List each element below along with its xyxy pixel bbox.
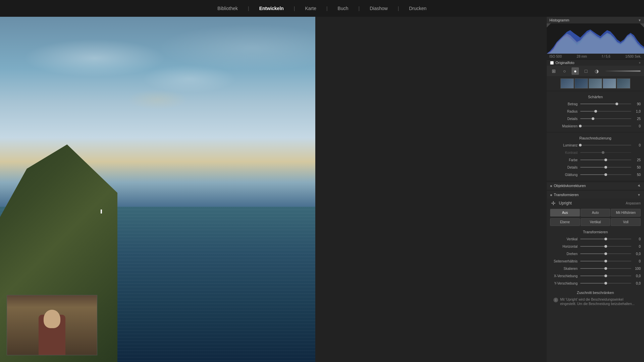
- radius-thumb[interactable]: [594, 110, 597, 113]
- hist-aperture: f / 5,6: [602, 55, 610, 58]
- transformieren-arrow[interactable]: ▼: [637, 193, 641, 197]
- right-panel: Histogramm ▼: [547, 17, 644, 362]
- lighthouse: [101, 209, 102, 214]
- divider-4: [547, 190, 644, 190]
- y-verschiebung-track[interactable]: [580, 283, 631, 284]
- horizontal-track[interactable]: [580, 246, 631, 247]
- btn-vertikal[interactable]: Vertikal: [581, 218, 610, 226]
- preset-thumb-1[interactable]: [560, 78, 574, 88]
- upright-buttons-row1: Aus Auto Mit Hilfslinien: [547, 208, 644, 218]
- objektivkorrekturen-arrow[interactable]: ▶: [637, 184, 641, 188]
- betrag-track[interactable]: [580, 104, 631, 104]
- horizontal-row: Horizontal 0: [547, 243, 644, 250]
- drehen-label: Drehen: [550, 252, 580, 256]
- preset-thumb-2[interactable]: [575, 78, 588, 88]
- radius-track[interactable]: [580, 111, 631, 112]
- skalieren-thumb[interactable]: [604, 267, 607, 270]
- skalieren-fill: [580, 268, 606, 269]
- glaettung-track[interactable]: [580, 174, 631, 175]
- nav-buch[interactable]: Buch: [334, 4, 352, 13]
- drehen-thumb[interactable]: [604, 252, 607, 255]
- glaettung-row: Glättung 50: [547, 171, 644, 178]
- btn-aus[interactable]: Aus: [550, 209, 580, 217]
- drehen-value: 0,0: [631, 252, 641, 256]
- upright-label: Upright: [559, 201, 623, 205]
- betrag-thumb[interactable]: [615, 103, 618, 105]
- details-rausch-label: Details: [550, 166, 580, 169]
- nav-bibliothek[interactable]: Bibliothek: [214, 4, 241, 13]
- x-verschiebung-thumb[interactable]: [604, 275, 607, 277]
- betrag-row: Betrag 90: [547, 100, 644, 108]
- farbe-track[interactable]: [580, 160, 631, 160]
- betrag-value: 90: [631, 102, 641, 106]
- maskieren-value: 0: [631, 124, 641, 128]
- vertikal-row: Vertikal 0: [547, 235, 644, 243]
- farbe-thumb[interactable]: [604, 159, 607, 161]
- tool-grid-icon[interactable]: ⊞: [550, 67, 557, 75]
- histogram-header: Histogramm ▼: [547, 17, 644, 23]
- luminanz-track[interactable]: [580, 145, 631, 145]
- btn-voll[interactable]: Voll: [611, 218, 641, 226]
- preset-thumb-5[interactable]: [617, 78, 630, 88]
- originalfoto-row: Originalfoto +: [547, 60, 644, 66]
- maskieren-thumb[interactable]: [579, 125, 582, 127]
- tool-half-circle-icon[interactable]: ◑: [593, 67, 600, 75]
- btn-mit-hilfslinien[interactable]: Mit Hilfslinien: [611, 209, 641, 217]
- tool-circle-icon[interactable]: ○: [561, 67, 568, 75]
- nav-diashow[interactable]: Diashow: [366, 4, 391, 13]
- y-verschiebung-fill: [580, 283, 606, 284]
- y-verschiebung-thumb[interactable]: [604, 282, 607, 285]
- preset-thumb-3[interactable]: [589, 78, 602, 88]
- luminanz-label: Luminanz: [550, 143, 580, 147]
- horizontal-thumb[interactable]: [604, 245, 607, 248]
- rauschreduzierung-title: Rauschreduzierung: [547, 135, 644, 141]
- originalfoto-checkbox[interactable]: [550, 61, 554, 65]
- glaettung-thumb[interactable]: [604, 173, 607, 176]
- transformieren-section: ■ Transformieren ▼ ✛ Upright Anpassen Au…: [547, 191, 644, 309]
- maskieren-track[interactable]: [580, 126, 631, 126]
- details-rausch-track[interactable]: [580, 167, 631, 168]
- seitenverhaeltnis-row: Seitenverhältnis 0: [547, 257, 644, 265]
- btn-ebene[interactable]: Ebene: [550, 218, 580, 226]
- btn-auto[interactable]: Auto: [581, 209, 610, 217]
- transformieren-header[interactable]: ■ Transformieren ▼: [547, 191, 644, 198]
- info-icon-letter: i: [555, 298, 556, 302]
- luminanz-row: Luminanz 0: [547, 141, 644, 149]
- details-rausch-thumb[interactable]: [604, 166, 607, 169]
- zuschnitt-info-row: i Mit 'Upright' wird die Beschneidungswi…: [550, 296, 641, 307]
- objektivkorrekturen-header[interactable]: ■ Objektivkorrekturen ▶: [547, 182, 644, 189]
- histogram-title: Histogramm: [549, 18, 569, 22]
- preset-thumb-4[interactable]: [603, 78, 616, 88]
- nav-karte[interactable]: Karte: [302, 4, 319, 13]
- horizontal-fill: [580, 246, 606, 247]
- nav-drucken[interactable]: Drucken: [406, 4, 430, 13]
- panel-content[interactable]: Originalfoto + ⊞ ○ ● □ ◑: [547, 60, 644, 362]
- radius-label: Radius: [550, 110, 580, 113]
- vertikal-track[interactable]: [580, 239, 631, 239]
- kontrast-track: [580, 152, 631, 153]
- histogram-collapse-icon[interactable]: ▼: [638, 18, 641, 22]
- tool-square-icon[interactable]: □: [582, 67, 590, 75]
- details-schaerfen-thumb[interactable]: [592, 117, 594, 120]
- horizontal-label: Horizontal: [550, 245, 580, 248]
- drehen-track[interactable]: [580, 253, 631, 254]
- tool-circle-filled-icon[interactable]: ●: [572, 67, 579, 75]
- vertikal-thumb[interactable]: [604, 238, 607, 240]
- nav-sep-2: |: [294, 6, 295, 11]
- y-verschiebung-label: Y-Verschiebung: [550, 282, 580, 285]
- seitenverhaeltnis-track[interactable]: [580, 261, 631, 261]
- skalieren-track[interactable]: [580, 268, 631, 269]
- anpassen-button[interactable]: Anpassen: [626, 201, 641, 205]
- divider-3: [547, 181, 644, 181]
- luminanz-thumb[interactable]: [579, 144, 582, 146]
- radius-fill: [580, 111, 596, 112]
- radius-value: 1,0: [631, 110, 641, 113]
- originalfoto-expand[interactable]: +: [639, 61, 641, 65]
- seitenverhaeltnis-thumb[interactable]: [604, 260, 607, 262]
- x-verschiebung-track[interactable]: [580, 276, 631, 276]
- details-schaerfen-track[interactable]: [580, 118, 631, 119]
- details-schaerfen-value: 25: [631, 117, 641, 121]
- horizontal-value: 0: [631, 245, 641, 248]
- drehen-fill: [580, 253, 606, 254]
- nav-entwickeln[interactable]: Entwickeln: [256, 4, 287, 13]
